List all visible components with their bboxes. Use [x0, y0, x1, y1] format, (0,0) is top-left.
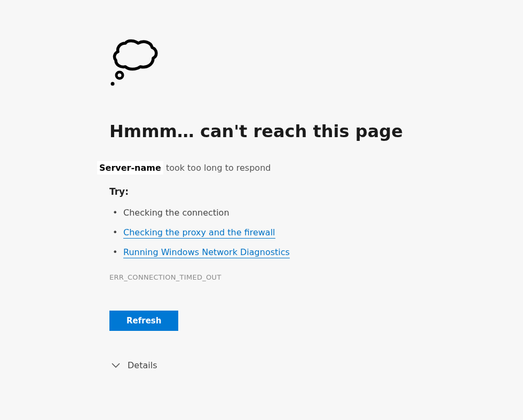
details-label: Details [128, 360, 157, 370]
details-toggle[interactable]: Details [109, 360, 523, 370]
suggestion-item: Checking the connection [113, 208, 523, 218]
chevron-down-icon [112, 360, 120, 370]
server-suffix: took too long to respond [163, 163, 271, 173]
suggestion-item: Checking the proxy and the firewall [113, 227, 523, 237]
error-code: ERR_CONNECTION_TIMED_OUT [109, 273, 523, 281]
try-label: Try: [109, 186, 523, 197]
suggestions-list: Checking the connection Checking the pro… [109, 208, 523, 257]
svg-point-1 [111, 82, 115, 86]
page-title: Hmmm… can't reach this page [109, 121, 523, 141]
proxy-firewall-link[interactable]: Checking the proxy and the firewall [123, 227, 275, 239]
thought-bubble-icon [110, 39, 523, 89]
refresh-button[interactable]: Refresh [109, 311, 178, 331]
server-name: Server-name [97, 161, 163, 175]
server-response-line: Server-name took too long to respond [97, 163, 523, 173]
suggestion-text: Checking the connection [123, 208, 229, 218]
svg-point-0 [116, 72, 123, 78]
network-diagnostics-link[interactable]: Running Windows Network Diagnostics [123, 247, 290, 258]
error-page-container: Hmmm… can't reach this page Server-name … [0, 0, 523, 370]
suggestion-item: Running Windows Network Diagnostics [113, 247, 523, 257]
